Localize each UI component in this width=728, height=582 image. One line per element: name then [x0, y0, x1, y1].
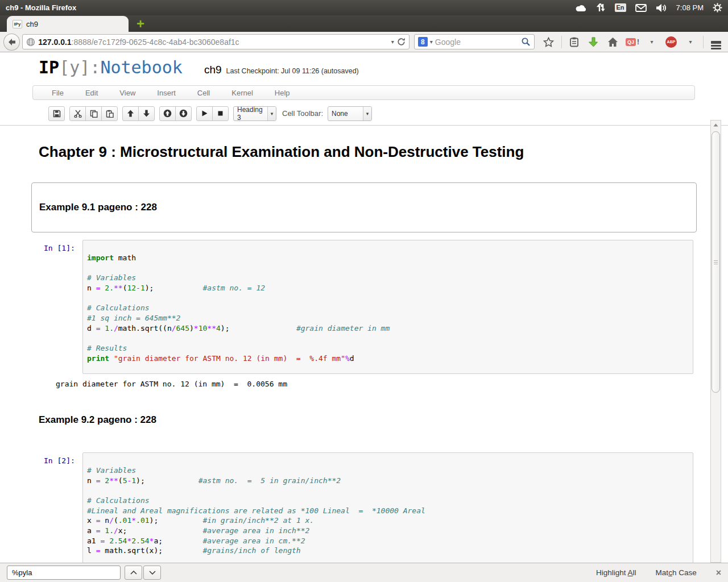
separator	[561, 36, 562, 48]
example-2-heading: Example 9.2 pageno : 228	[39, 414, 728, 426]
find-previous-button[interactable]	[125, 566, 142, 580]
chapter-heading: Chapter 9 : Microstructural Examination …	[39, 143, 728, 161]
url-text[interactable]: 127.0.0.1:8888/e7c172f9-0625-4c8c-4ab4-b…	[38, 38, 239, 47]
quickjava-dropdown-icon[interactable]: ▾	[643, 34, 660, 51]
session-gear-icon[interactable]	[713, 3, 722, 13]
site-globe-icon[interactable]	[26, 38, 35, 47]
menu-edit[interactable]: Edit	[75, 89, 109, 97]
ipython-logo[interactable]: IP[y]:Notebook	[39, 57, 183, 77]
search-input[interactable]: Google	[435, 38, 461, 47]
find-input[interactable]	[7, 566, 121, 580]
url-host: 127.0.0.1	[38, 38, 71, 47]
search-engine-icon[interactable]: 8	[418, 37, 428, 47]
insert-below-icon	[179, 109, 188, 118]
window-titlebar: ch9 - Mozilla Firefox En 7:08 PM	[0, 0, 728, 15]
paste-icon	[106, 110, 114, 118]
menu-insert[interactable]: Insert	[146, 89, 187, 97]
move-down-icon	[143, 110, 150, 117]
paste-cell-button[interactable]	[101, 106, 118, 121]
back-button[interactable]	[3, 34, 20, 51]
window-title: ch9 - Mozilla Firefox	[6, 3, 76, 12]
mail-icon[interactable]	[635, 4, 647, 12]
page-scrollbar[interactable]	[710, 120, 721, 563]
copy-cell-button[interactable]	[85, 106, 102, 121]
move-cell-up-button[interactable]	[122, 106, 139, 121]
quickjava-button[interactable]: QJ !	[624, 34, 641, 51]
code-cell-1: In [1]: import math # Variablesn = 2.**(…	[31, 240, 697, 374]
search-bar[interactable]: 8 ▾ Google	[414, 34, 535, 49]
menu-help[interactable]: Help	[264, 89, 301, 97]
cell-toolbar-select[interactable]: None ▾	[328, 106, 372, 121]
adblock-dropdown-icon[interactable]: ▾	[682, 34, 699, 51]
tab-label: ch9	[26, 20, 38, 28]
reload-icon[interactable]	[397, 38, 406, 46]
highlight-all-toggle[interactable]: Highlight All	[596, 568, 636, 577]
find-next-button[interactable]	[143, 566, 161, 580]
input-prompt: In [2]:	[31, 452, 82, 563]
quickjava-badge: QJ	[626, 38, 636, 46]
move-cell-down-button[interactable]	[138, 106, 155, 121]
selected-heading-cell[interactable]: Example 9.1 pageno : 228	[31, 182, 697, 232]
keyboard-layout-badge[interactable]: En	[615, 3, 626, 12]
cell-type-select[interactable]: Heading 3 ▾	[233, 106, 276, 121]
scroll-up-arrow[interactable]	[711, 120, 721, 130]
bookmarks-menu-icon[interactable]	[566, 34, 583, 51]
copy-icon	[90, 110, 98, 118]
scrollbar-thumb[interactable]	[712, 131, 720, 393]
url-path: :8888/e7c172f9-0625-4c8c-4ab4-bc3060e8af…	[72, 38, 239, 47]
match-case-toggle[interactable]: Match Case	[656, 568, 697, 577]
bookmark-star-icon[interactable]	[540, 34, 557, 51]
insert-above-icon	[163, 109, 172, 118]
notebook-header: IP[y]:Notebook ch9 Last Checkpoint: Jul …	[0, 52, 728, 126]
adblock-button[interactable]: ABP	[663, 34, 680, 51]
chevron-down-icon: ▾	[267, 107, 276, 120]
stop-icon	[217, 110, 224, 117]
input-prompt: In [1]:	[31, 240, 82, 374]
menu-file[interactable]: File	[41, 89, 75, 97]
run-icon	[201, 110, 208, 117]
save-button[interactable]	[48, 106, 65, 121]
menu-icon[interactable]	[708, 34, 725, 51]
search-magnifier-icon[interactable]	[521, 37, 531, 47]
home-icon[interactable]	[605, 34, 622, 51]
menu-bar: File Edit View Insert Cell Kernel Help	[32, 85, 695, 100]
notebook-toolbar: Heading 3 ▾ Cell Toolbar: None ▾	[48, 106, 728, 121]
insert-cell-above-button[interactable]	[159, 106, 176, 121]
example-1-heading: Example 9.1 pageno : 228	[39, 202, 696, 213]
system-tray: En 7:08 PM	[575, 3, 722, 13]
run-cell-button[interactable]	[196, 106, 213, 121]
menu-kernel[interactable]: Kernel	[221, 89, 264, 97]
downloads-icon[interactable]	[585, 34, 602, 51]
insert-cell-below-button[interactable]	[175, 106, 192, 121]
tab-bar: IPy ch9 +	[0, 15, 728, 32]
code-cell-2: In [2]: # Variablesn = 2**(5-1); #astm n…	[31, 452, 697, 563]
interrupt-kernel-button[interactable]	[212, 106, 229, 121]
move-up-icon	[127, 110, 134, 117]
clock[interactable]: 7:08 PM	[676, 3, 704, 12]
notebook-area: Chapter 9 : Microstructural Examination …	[0, 126, 728, 563]
code-input-1[interactable]: import math # Variablesn = 2.**(12-1); #…	[82, 240, 693, 374]
navigation-toolbar: 127.0.0.1:8888/e7c172f9-0625-4c8c-4ab4-b…	[0, 32, 728, 52]
url-bar[interactable]: 127.0.0.1:8888/e7c172f9-0625-4c8c-4ab4-b…	[22, 34, 410, 49]
cut-cell-button[interactable]	[69, 106, 86, 121]
ipython-favicon: IPy	[13, 20, 22, 28]
menu-view[interactable]: View	[109, 89, 146, 97]
menu-cell[interactable]: Cell	[187, 89, 221, 97]
toolbar-buttons: QJ ! ▾ ABP ▾	[540, 34, 725, 51]
code-input-2[interactable]: # Variablesn = 2**(5-1); #astm no. = 5 i…	[82, 452, 693, 563]
volume-icon[interactable]	[656, 3, 667, 13]
cut-icon	[74, 110, 82, 118]
new-tab-button[interactable]: +	[136, 17, 144, 31]
network-arrows-icon[interactable]	[597, 3, 606, 12]
quickjava-alert: !	[637, 38, 639, 46]
url-dropdown-icon[interactable]: ▾	[391, 39, 394, 45]
close-findbar-icon[interactable]: ×	[716, 568, 721, 578]
checkpoint-status: Last Checkpoint: Jul 09 11:26 (autosaved…	[226, 67, 359, 75]
notebook-title[interactable]: ch9	[204, 64, 222, 76]
search-engine-dropdown-icon[interactable]: ▾	[430, 39, 433, 45]
cell-toolbar-label: Cell Toolbar:	[282, 109, 323, 118]
browser-viewport: IP[y]:Notebook ch9 Last Checkpoint: Jul …	[0, 52, 728, 563]
tab-ch9[interactable]: IPy ch9	[7, 16, 129, 32]
code-output-1: grain diameter for ASTM no. 12 (in mm) =…	[51, 374, 728, 388]
cloud-icon[interactable]	[575, 4, 588, 12]
